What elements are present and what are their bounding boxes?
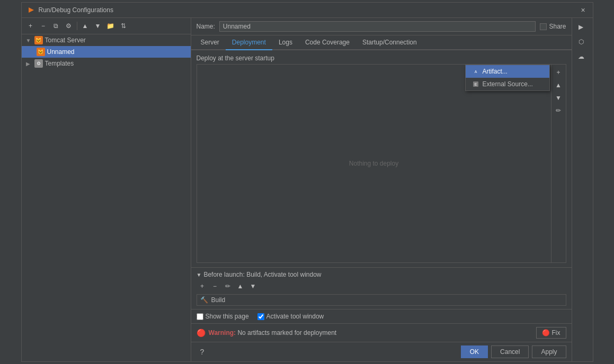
- external-icon: E: [472, 80, 479, 88]
- side-btn-3[interactable]: ☁: [573, 50, 589, 63]
- show-page-label: Show this page: [206, 313, 249, 320]
- move-down-button[interactable]: ▼: [92, 20, 104, 32]
- before-launch-label: Before launch: Build, Activate tool wind…: [203, 271, 321, 278]
- before-launch-header: ▼ Before launch: Build, Activate tool wi…: [197, 271, 566, 278]
- svg-marker-0: [29, 7, 34, 13]
- deploy-section: Deploy at the server startup Nothing to …: [191, 50, 572, 267]
- tab-code-coverage[interactable]: Code Coverage: [299, 35, 356, 50]
- dropdown-external-label: External Source...: [483, 80, 533, 88]
- deploy-dropdown: A Artifact... E External Source.: [465, 65, 550, 91]
- deploy-area: Nothing to deploy + A: [197, 64, 566, 263]
- tree-item-templates[interactable]: ▶ ⚙ Templates: [22, 58, 191, 69]
- folder-button[interactable]: 📁: [105, 20, 117, 32]
- share-row: Share: [540, 23, 566, 30]
- deploy-toolbar: + A Artifact...: [551, 65, 566, 262]
- collapse-icon[interactable]: ▼: [197, 272, 202, 278]
- artifact-icon: A: [472, 68, 479, 75]
- close-button[interactable]: ×: [579, 6, 588, 14]
- chevron-down-icon: ▼: [26, 38, 32, 43]
- svg-text:E: E: [474, 83, 477, 86]
- show-page-option: Show this page: [197, 313, 249, 320]
- dropdown-item-external-source[interactable]: E External Source...: [466, 78, 549, 90]
- main-content: + − ⧉ ⚙ ▲ ▼ 📁 ⇅ ▼ 🐱 Tomcat Server 🐱 Unna…: [22, 18, 593, 361]
- tomcat-icon: 🐱: [34, 36, 43, 44]
- side-toolbar: ▶ ⬡ ☁: [572, 18, 593, 361]
- tab-server[interactable]: Server: [194, 35, 226, 50]
- bl-edit-button[interactable]: ✏: [222, 280, 234, 292]
- name-label: Name:: [197, 23, 215, 30]
- share-label: Share: [549, 23, 566, 30]
- name-input[interactable]: [219, 21, 536, 32]
- bl-add-button[interactable]: +: [197, 280, 208, 292]
- left-toolbar: + − ⧉ ⚙ ▲ ▼ 📁 ⇅: [22, 18, 191, 34]
- fix-label: Fix: [552, 329, 560, 336]
- left-panel: + − ⧉ ⚙ ▲ ▼ 📁 ⇅ ▼ 🐱 Tomcat Server 🐱 Unna…: [22, 18, 191, 361]
- warning-icon: 🔴: [197, 329, 206, 337]
- activate-window-label: Activate tool window: [266, 313, 324, 320]
- warning-text: Warning: No artifacts marked for deploym…: [209, 329, 533, 336]
- tab-content: Deploy at the server startup Nothing to …: [191, 50, 572, 342]
- before-launch-section: ▼ Before launch: Build, Activate tool wi…: [191, 267, 572, 309]
- unnamed-tomcat-icon: 🐱: [37, 48, 45, 56]
- deploy-up-button[interactable]: ▲: [553, 79, 564, 91]
- tree-item-tomcat-server[interactable]: ▼ 🐱 Tomcat Server: [22, 34, 191, 46]
- tabs-bar: Server Deployment Logs Code Coverage Sta…: [191, 35, 572, 50]
- side-btn-1[interactable]: ▶: [573, 20, 589, 34]
- title-bar-left: Run/Debug Configurations: [27, 6, 113, 14]
- toolbar-separator: [77, 22, 77, 30]
- remove-config-button[interactable]: −: [38, 20, 49, 32]
- dropdown-item-artifact[interactable]: A Artifact...: [466, 65, 549, 78]
- tab-logs[interactable]: Logs: [272, 35, 299, 50]
- activate-window-option: Activate tool window: [257, 313, 324, 320]
- share-checkbox[interactable]: [540, 23, 547, 30]
- ok-button[interactable]: OK: [461, 345, 488, 358]
- apply-button[interactable]: Apply: [532, 345, 566, 358]
- deploy-add-button[interactable]: +: [553, 67, 564, 78]
- chevron-right-icon: ▶: [26, 61, 32, 67]
- run-debug-configurations-dialog: Run/Debug Configurations × + − ⧉ ⚙ ▲ ▼ 📁…: [21, 2, 593, 362]
- activate-window-checkbox[interactable]: [257, 313, 264, 320]
- build-icon: 🔨: [200, 296, 208, 304]
- settings-config-button[interactable]: ⚙: [63, 20, 75, 32]
- name-row: Name: Share: [191, 18, 572, 35]
- tree-item-unnamed[interactable]: 🐱 Unnamed: [22, 46, 191, 58]
- deploy-section-label: Deploy at the server startup: [197, 54, 566, 62]
- help-button[interactable]: ?: [197, 346, 208, 358]
- dialog-icon: [27, 6, 35, 14]
- warning-prefix: Warning:: [209, 329, 236, 336]
- move-up-button[interactable]: ▲: [79, 20, 91, 32]
- before-launch-toolbar: + − ✏ ▲ ▼: [197, 280, 566, 292]
- side-btn-2[interactable]: ⬡: [573, 35, 589, 49]
- bl-down-button[interactable]: ▼: [247, 280, 259, 292]
- bl-up-button[interactable]: ▲: [235, 280, 246, 292]
- cancel-button[interactable]: Cancel: [491, 345, 529, 358]
- build-label: Build: [211, 296, 226, 304]
- copy-config-button[interactable]: ⧉: [50, 20, 62, 32]
- build-row: 🔨 Build: [197, 294, 566, 306]
- bottom-row: ? OK Cancel Apply: [191, 342, 572, 361]
- sort-button[interactable]: ⇅: [118, 20, 129, 32]
- tomcat-server-label: Tomcat Server: [45, 37, 86, 44]
- svg-text:A: A: [474, 70, 477, 74]
- templates-label: Templates: [45, 60, 74, 67]
- unnamed-label: Unnamed: [47, 48, 75, 56]
- add-config-button[interactable]: +: [25, 20, 37, 32]
- right-panel: Name: Share Server Deployment Logs Code …: [191, 18, 572, 361]
- templates-icon: ⚙: [34, 59, 43, 68]
- dialog-title: Run/Debug Configurations: [39, 6, 113, 14]
- title-bar: Run/Debug Configurations ×: [22, 3, 593, 18]
- fix-button[interactable]: 🔴 Fix: [536, 327, 566, 339]
- warning-message: No artifacts marked for deployment: [237, 329, 336, 336]
- bl-remove-button[interactable]: −: [209, 280, 221, 292]
- deploy-list: Nothing to deploy: [197, 65, 551, 262]
- dropdown-artifact-label: Artifact...: [483, 68, 508, 75]
- options-row: Show this page Activate tool window: [191, 309, 572, 323]
- tab-startup-connection[interactable]: Startup/Connection: [356, 35, 423, 50]
- fix-icon: 🔴: [542, 329, 550, 336]
- nothing-to-deploy-text: Nothing to deploy: [349, 160, 398, 167]
- tab-deployment[interactable]: Deployment: [226, 35, 272, 50]
- deploy-edit-button[interactable]: ✏: [553, 105, 564, 116]
- deploy-down-button[interactable]: ▼: [553, 92, 564, 104]
- show-page-checkbox[interactable]: [197, 313, 203, 320]
- warning-row: 🔴 Warning: No artifacts marked for deplo…: [191, 323, 572, 342]
